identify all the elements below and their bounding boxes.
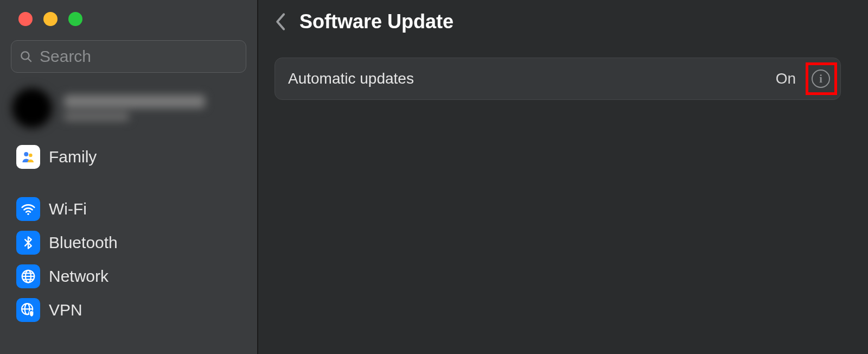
sidebar-item-family[interactable]: Family — [0, 140, 257, 174]
sidebar-item-label: Bluetooth — [49, 233, 118, 252]
nav-group-1: Family — [0, 140, 257, 174]
svg-point-4 — [27, 213, 29, 216]
search-input[interactable] — [40, 47, 238, 66]
minimize-window-button[interactable] — [43, 12, 58, 26]
highlight-box: i — [806, 62, 837, 95]
svg-line-1 — [28, 59, 31, 62]
sidebar-item-label: Network — [49, 267, 108, 286]
system-settings-window: Family Wi-Fi — [0, 0, 868, 354]
window-controls — [0, 12, 257, 26]
sidebar-item-label: VPN — [49, 301, 82, 319]
automatic-updates-value: On — [776, 70, 796, 87]
user-avatar — [11, 87, 53, 129]
automatic-updates-row: Automatic updates On i — [275, 58, 840, 99]
account-text — [64, 95, 205, 121]
nav-group-2: Wi-Fi Bluetooth — [0, 192, 257, 327]
page-title: Software Update — [299, 10, 454, 33]
search-field[interactable] — [11, 40, 246, 73]
info-icon: i — [819, 73, 822, 84]
family-icon — [16, 145, 40, 169]
sidebar-item-label: Wi-Fi — [49, 200, 87, 218]
svg-point-3 — [29, 154, 33, 157]
search-wrap — [11, 40, 246, 73]
sidebar: Family Wi-Fi — [0, 0, 258, 354]
maximize-window-button[interactable] — [68, 12, 82, 26]
svg-point-0 — [21, 52, 29, 59]
vpn-icon — [16, 298, 40, 322]
close-window-button[interactable] — [18, 12, 33, 26]
network-icon — [16, 264, 40, 288]
sidebar-item-bluetooth[interactable]: Bluetooth — [0, 226, 257, 260]
settings-card: Automatic updates On i — [275, 58, 841, 100]
sidebar-item-network[interactable]: Network — [0, 260, 257, 293]
account-row[interactable] — [11, 87, 246, 129]
sidebar-item-wifi[interactable]: Wi-Fi — [0, 192, 257, 226]
main-header: Software Update — [275, 10, 841, 34]
sidebar-item-label: Family — [49, 148, 97, 166]
sidebar-item-vpn[interactable]: VPN — [0, 293, 257, 327]
chevron-left-icon — [275, 12, 287, 31]
automatic-updates-label: Automatic updates — [288, 70, 414, 87]
svg-point-2 — [24, 152, 28, 156]
search-icon — [19, 49, 33, 64]
bluetooth-icon — [16, 231, 40, 255]
back-button[interactable] — [269, 10, 293, 34]
automatic-updates-info-button[interactable]: i — [812, 69, 830, 88]
main-content: Software Update Automatic updates On i — [258, 0, 868, 354]
wifi-icon — [16, 197, 40, 221]
